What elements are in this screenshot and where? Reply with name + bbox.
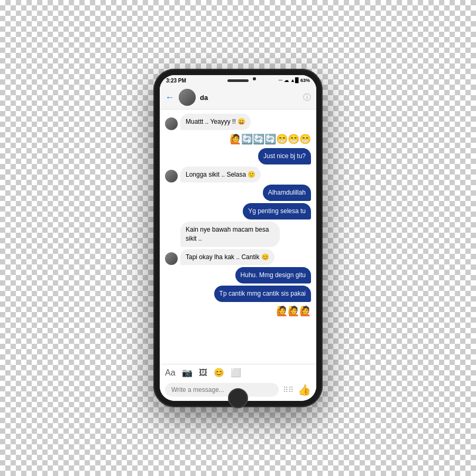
message-bubble: Tapi okay lha kak .. Cantik 😊 — [180, 249, 274, 266]
image-icon[interactable]: 🖼 — [199, 368, 207, 378]
message-text: Longga sikit .. Selasa 🙂 — [186, 171, 255, 178]
message-row: Tapi okay lha kak .. Cantik 😊 — [165, 249, 311, 266]
battery-icon: 63% — [300, 78, 310, 83]
extra-icon[interactable]: ⠿⠿ — [283, 386, 294, 394]
message-row: Huhu. Mmg design gitu — [165, 267, 311, 283]
emoji-message-row: 🙋🔄🔄🔄😁😁😁 — [165, 133, 311, 145]
message-bubble: Muattt .. Yeayyy !! 😄 — [180, 114, 251, 130]
message-bubble: Tp cantik mmg cantik sis pakai — [214, 286, 311, 302]
message-input[interactable] — [165, 383, 279, 397]
info-button[interactable]: ⓘ — [303, 93, 311, 103]
contact-name: da — [200, 94, 299, 102]
message-row: Just nice bj tu? — [165, 148, 311, 164]
message-row: Muattt .. Yeayyy !! 😄 — [165, 114, 311, 130]
nav-bar: ← da ⓘ — [160, 86, 316, 109]
sender-avatar — [165, 170, 178, 182]
message-row: Kain nye bawah macam besa sikit .. — [165, 222, 311, 247]
signal-icon: ▲▉ — [290, 78, 299, 83]
message-text: Huhu. Mmg design gitu — [241, 271, 306, 279]
phone-frame: 3:23 PM ··· ☁ ▲▉ 63% ← da ⓘ Muattt .. — [153, 69, 323, 407]
camera-icon[interactable]: 📷 — [182, 368, 193, 378]
message-row: Yg penting selesa tu — [165, 203, 311, 219]
message-text: Yg penting selesa tu — [248, 207, 306, 215]
emoji-text: 🙋🔄🔄🔄😁😁😁 — [230, 133, 311, 145]
message-bubble: Just nice bj tu? — [258, 148, 311, 164]
message-bubble: Alhamdulillah — [263, 185, 311, 201]
sticker-icon[interactable]: ⬜ — [231, 368, 241, 378]
emoji-icon[interactable]: 😊 — [214, 368, 224, 378]
message-text: Alhamdulillah — [268, 189, 306, 196]
signal-dots: ··· — [279, 78, 283, 83]
message-row: Tp cantik mmg cantik sis pakai — [165, 286, 311, 302]
phone-camera — [253, 77, 256, 80]
status-time: 3:23 PM — [166, 78, 186, 84]
home-button[interactable] — [228, 388, 248, 408]
input-icons-row: Aa 📷 🖼 😊 ⬜ — [160, 364, 316, 381]
message-bubble: Yg penting selesa tu — [243, 203, 311, 219]
emoji-message-row: 🙋🙋🙋 — [165, 305, 311, 317]
keyboard-icon[interactable]: Aa — [165, 368, 176, 378]
emoji-text: 🙋🙋🙋 — [276, 305, 311, 317]
like-button[interactable]: 👍 — [298, 383, 311, 396]
phone-speaker — [227, 79, 249, 82]
message-text: Tp cantik mmg cantik sis pakai — [219, 290, 306, 297]
phone-screen: 3:23 PM ··· ☁ ▲▉ 63% ← da ⓘ Muattt .. — [160, 75, 316, 401]
wifi-icon: ☁ — [284, 78, 289, 83]
message-bubble: Kain nye bawah macam besa sikit .. — [180, 222, 280, 247]
back-button[interactable]: ← — [165, 92, 175, 103]
sender-avatar — [165, 117, 178, 130]
messages-area: Muattt .. Yeayyy !! 😄 🙋🔄🔄🔄😁😁😁 Just nice … — [160, 109, 316, 364]
message-bubble: Huhu. Mmg design gitu — [235, 267, 311, 283]
contact-avatar — [179, 89, 196, 106]
message-text: Tapi okay lha kak .. Cantik 😊 — [186, 253, 269, 261]
message-text: Muattt .. Yeayyy !! 😄 — [186, 118, 245, 125]
message-text: Just nice bj tu? — [263, 152, 306, 160]
message-text: Kain nye bawah macam besa sikit .. — [186, 226, 269, 242]
status-icons: ··· ☁ ▲▉ 63% — [279, 78, 310, 83]
message-bubble: Longga sikit .. Selasa 🙂 — [180, 167, 261, 183]
sender-avatar — [165, 252, 178, 265]
message-row: Longga sikit .. Selasa 🙂 — [165, 167, 311, 183]
message-row: Alhamdulillah — [165, 185, 311, 201]
